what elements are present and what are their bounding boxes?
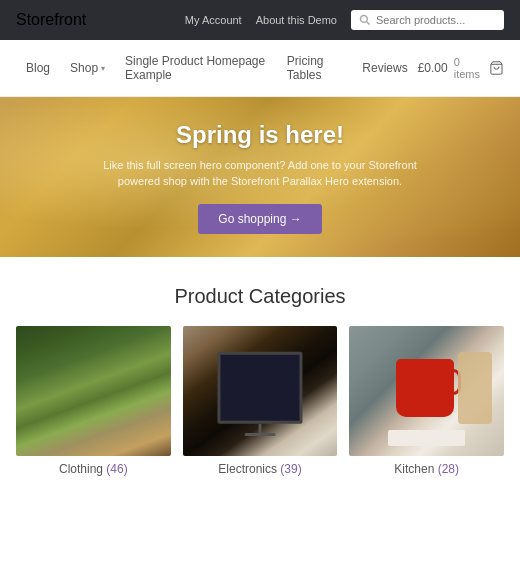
header-nav: My Account About this Demo — [185, 14, 337, 26]
nav-item-reviews[interactable]: Reviews — [352, 47, 417, 89]
header-brand: Storefront — [16, 11, 86, 29]
kitchen-count: (28) — [438, 462, 459, 476]
header: Storefront My Account About this Demo — [0, 0, 520, 40]
cart-items-count: 0 items — [454, 56, 483, 80]
search-icon — [359, 14, 371, 26]
search-input[interactable] — [376, 14, 496, 26]
clothing-image — [16, 326, 171, 456]
hero-section: Spring is here! Like this full screen he… — [0, 97, 520, 257]
my-account-link[interactable]: My Account — [185, 14, 242, 26]
kitchen-label: Kitchen (28) — [349, 462, 504, 476]
category-clothing[interactable]: Clothing (46) — [16, 326, 171, 476]
electronics-label: Electronics (39) — [183, 462, 338, 476]
nav-item-pricing[interactable]: Pricing Tables — [277, 40, 353, 96]
cart-icon — [489, 59, 504, 77]
nav-links: Blog Shop ▾ Single Product Homepage Exam… — [16, 40, 418, 96]
nav-item-blog[interactable]: Blog — [16, 47, 60, 89]
clothing-count: (46) — [106, 462, 127, 476]
kitchen-image — [349, 326, 504, 456]
search-box — [351, 10, 504, 30]
category-kitchen[interactable]: Kitchen (28) — [349, 326, 504, 476]
cart-amount: £0.00 — [418, 61, 448, 75]
navbar: Blog Shop ▾ Single Product Homepage Exam… — [0, 40, 520, 97]
about-demo-link[interactable]: About this Demo — [256, 14, 337, 26]
electronics-image — [183, 326, 338, 456]
cart-area[interactable]: £0.00 0 items — [418, 56, 504, 80]
nav-item-single-product[interactable]: Single Product Homepage Example — [115, 40, 277, 96]
header-right: My Account About this Demo — [185, 10, 504, 30]
category-electronics[interactable]: Electronics (39) — [183, 326, 338, 476]
categories-section: Product Categories Clothing (46) Electro… — [0, 257, 520, 496]
hero-title: Spring is here! — [90, 121, 430, 149]
clothing-label: Clothing (46) — [16, 462, 171, 476]
site-title: Storefront — [16, 11, 86, 29]
categories-grid: Clothing (46) Electronics (39) Kitchen — [16, 326, 504, 476]
electronics-count: (39) — [280, 462, 301, 476]
categories-title: Product Categories — [16, 285, 504, 308]
nav-item-shop[interactable]: Shop ▾ — [60, 47, 115, 89]
go-shopping-button[interactable]: Go shopping → — [198, 204, 321, 234]
hero-content: Spring is here! Like this full screen he… — [50, 121, 470, 234]
svg-point-0 — [361, 16, 368, 23]
svg-line-1 — [367, 22, 370, 25]
hero-text: Like this full screen hero component? Ad… — [90, 157, 430, 190]
shop-chevron-icon: ▾ — [101, 64, 105, 73]
